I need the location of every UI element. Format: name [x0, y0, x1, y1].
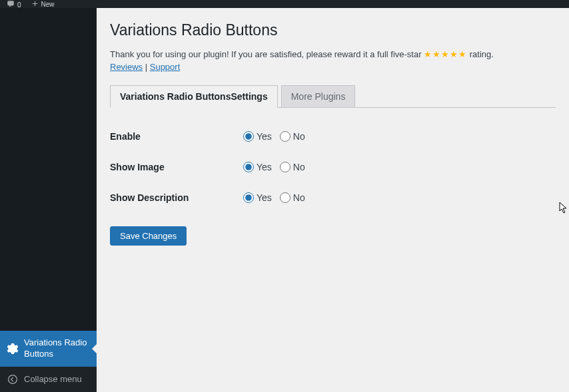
admin-bar: 0 New: [0, 0, 569, 8]
enable-yes-radio[interactable]: [243, 131, 254, 142]
tab-settings[interactable]: Variations Radio ButtonsSettings: [110, 85, 278, 108]
plugin-notice: Thank you for using our plugin! If you a…: [110, 49, 556, 59]
new-label: New: [41, 1, 55, 8]
support-link[interactable]: Support: [150, 62, 181, 72]
show-desc-no-radio[interactable]: [280, 192, 290, 203]
collapse-icon: [7, 373, 19, 385]
reviews-link[interactable]: Reviews: [110, 62, 143, 72]
svg-point-0: [9, 375, 17, 384]
settings-tabs: Variations Radio ButtonsSettings More Pl…: [110, 85, 556, 108]
show-desc-yes-radio[interactable]: [243, 192, 254, 203]
show-image-no-radio[interactable]: [280, 162, 290, 172]
gear-icon: [7, 343, 19, 355]
settings-form: Enable Yes No Show Image: [110, 121, 556, 213]
tab-more-plugins[interactable]: More Plugins: [281, 85, 356, 107]
show-image-no-label[interactable]: No: [293, 162, 305, 172]
form-row-show-image: Show Image Yes No: [110, 152, 556, 182]
link-separator: |: [143, 62, 150, 72]
show-image-control: Yes No: [243, 162, 305, 172]
show-image-label: Show Image: [110, 162, 243, 172]
admin-sidebar: Variations Radio Buttons Collapse menu: [0, 8, 97, 392]
page-title: Variations Radio Buttons: [110, 21, 556, 39]
show-image-yes-label[interactable]: Yes: [257, 162, 272, 172]
comment-count: 0: [17, 1, 21, 9]
show-desc-yes-label[interactable]: Yes: [257, 192, 272, 203]
sidebar-item-variations-radio-buttons[interactable]: Variations Radio Buttons: [0, 331, 97, 367]
sidebar-collapse-label: Collapse menu: [24, 374, 82, 385]
save-button[interactable]: Save Changes: [110, 226, 187, 246]
show-image-yes-radio[interactable]: [243, 162, 254, 172]
sidebar-filler: [0, 8, 97, 331]
star-rating-icon: ★★★★★: [424, 49, 467, 59]
show-description-label: Show Description: [110, 192, 243, 203]
show-description-control: Yes No: [243, 192, 305, 203]
enable-control: Yes No: [243, 131, 305, 142]
main-content: Variations Radio Buttons Thank you for u…: [97, 8, 569, 392]
form-row-show-description: Show Description Yes No: [110, 182, 556, 213]
sidebar-item-label: Variations Radio Buttons: [24, 337, 90, 360]
show-desc-no-label[interactable]: No: [293, 192, 305, 203]
notice-text-post: rating.: [467, 49, 494, 59]
enable-no-radio[interactable]: [280, 131, 290, 142]
form-row-enable: Enable Yes No: [110, 121, 556, 152]
enable-label: Enable: [110, 131, 243, 142]
plugin-links: Reviews | Support: [110, 62, 556, 72]
notice-text-pre: Thank you for using our plugin! If you a…: [110, 49, 424, 59]
enable-no-label[interactable]: No: [293, 131, 305, 142]
enable-yes-label[interactable]: Yes: [257, 131, 272, 142]
sidebar-collapse-menu[interactable]: Collapse menu: [0, 367, 97, 392]
